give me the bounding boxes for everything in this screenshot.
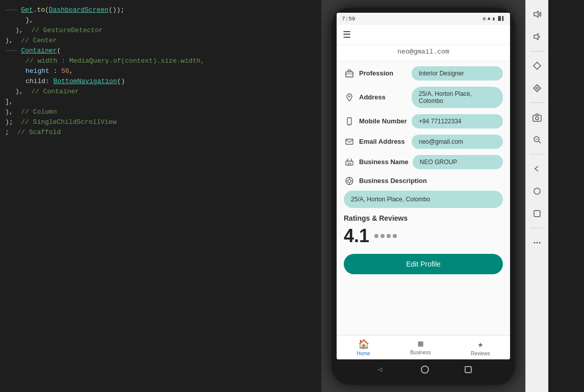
rating-dot: [374, 234, 378, 238]
email-header: neo@gmail.com: [337, 45, 510, 61]
address-value: 25/A, Horton Place, Colombo: [412, 87, 503, 108]
volume-down-button[interactable]: [528, 28, 546, 46]
device-area: 7:59 ⚙ ▲ ▮ ▐▌▌ ☰ neo@gmail.com: [321, 0, 525, 392]
toolbar-divider: [530, 228, 544, 228]
rating-dots: [374, 234, 397, 238]
battery-icon: ▮: [492, 16, 495, 22]
address-icon: [344, 92, 355, 103]
status-time: 7:59: [342, 16, 355, 22]
hamburger-menu-icon[interactable]: ☰: [343, 30, 351, 40]
profession-icon: [344, 68, 355, 79]
reviews-nav-label: Reviews: [471, 351, 490, 356]
more-options-button[interactable]: [528, 233, 546, 252]
business-name-icon: [344, 156, 355, 168]
diamond-button[interactable]: [528, 57, 546, 75]
code-line: // width : MediaQuery.of(context).size.w…: [0, 56, 321, 66]
business-name-row: Business Name NEO GROUP: [344, 155, 503, 169]
reviews-nav-icon: ★: [478, 338, 484, 350]
toolbar-divider: [530, 51, 544, 51]
settings-status-icon: ⚙: [483, 16, 486, 22]
svg-rect-0: [346, 72, 353, 77]
business-name-label: Business Name: [359, 158, 409, 166]
rating-row: 4.1: [344, 225, 503, 247]
email-label: Email Address: [359, 138, 408, 145]
mobile-icon: [344, 116, 355, 127]
status-icons: ⚙ ▲ ▮ ▐▌▌: [483, 16, 505, 22]
profession-value: Interior Designer: [412, 66, 503, 81]
circle-button[interactable]: [528, 182, 546, 200]
svg-point-27: [537, 242, 538, 244]
svg-point-2: [349, 95, 350, 97]
business-name-value: NEO GROUP: [413, 155, 503, 169]
business-desc-label: Business Description: [359, 177, 427, 185]
rating-dot: [393, 234, 397, 238]
svg-point-11: [348, 179, 351, 182]
business-nav-icon: ▦: [418, 338, 423, 349]
nav-item-home[interactable]: 🏠 Home: [357, 338, 370, 356]
edit-profile-button[interactable]: Edit Profile: [344, 254, 503, 274]
business-description-section: Business Description 25/A, Horton Place,…: [344, 175, 503, 208]
recents-hardware-button[interactable]: [465, 366, 472, 373]
square-button[interactable]: [528, 204, 546, 223]
svg-rect-25: [534, 211, 540, 217]
business-nav-label: Business: [410, 350, 431, 355]
code-line: ), // GestureDetector: [0, 25, 321, 36]
mobile-value: +94 771122334: [412, 114, 503, 128]
svg-marker-16: [534, 11, 538, 17]
rating-dot: [387, 234, 391, 238]
signal-icon: ▐▌▌: [497, 16, 505, 21]
nav-item-business[interactable]: ▦ Business: [410, 338, 431, 356]
user-email-display: neo@gmail.com: [397, 48, 449, 56]
svg-point-26: [534, 242, 536, 244]
svg-rect-19: [533, 115, 541, 121]
email-row: Email Address neo@gmail.com: [344, 135, 503, 149]
toolbar-divider: [530, 154, 544, 154]
code-line: },: [0, 15, 321, 25]
toolbar-divider: [530, 102, 544, 103]
svg-point-28: [539, 242, 541, 244]
code-line: ), // Center: [0, 36, 321, 46]
profession-row: Profession Interior Designer: [344, 66, 503, 81]
code-line: ), // Container: [0, 87, 321, 97]
address-row: Address 25/A, Horton Place, Colombo: [344, 87, 503, 108]
business-desc-label-row: Business Description: [344, 175, 503, 187]
svg-rect-5: [346, 139, 353, 144]
home-hardware-button[interactable]: [421, 365, 429, 374]
rating-score: 4.1: [344, 225, 369, 247]
svg-point-24: [534, 188, 540, 194]
business-desc-value: 25/A, Horton Place, Colombo: [344, 191, 503, 208]
home-nav-icon: 🏠: [358, 338, 369, 350]
code-line: child: BottomNavigation(): [0, 76, 321, 87]
home-nav-label: Home: [357, 351, 370, 356]
address-label: Address: [359, 93, 408, 101]
mobile-label: Mobile Number: [359, 117, 408, 125]
profile-content: Profession Interior Designer Address 25/…: [337, 61, 510, 335]
back-button[interactable]: [528, 160, 546, 178]
code-line: ); // SingleChildScrollView: [0, 117, 321, 127]
mobile-row: Mobile Number +94 771122334: [344, 114, 503, 128]
code-line: ],: [0, 97, 321, 107]
camera-button[interactable]: [528, 108, 546, 126]
svg-point-4: [349, 123, 350, 124]
back-hardware-button[interactable]: ◁: [375, 364, 385, 375]
wifi-icon: ▲: [488, 16, 491, 21]
bottom-navigation: 🏠 Home ▦ Business ★ Reviews: [337, 335, 510, 359]
code-line: ; // Scaffold: [0, 127, 321, 138]
zoom-button[interactable]: [528, 130, 546, 149]
ratings-title: Ratings & Reviews: [344, 214, 503, 222]
code-line: ), // Column: [0, 107, 321, 117]
eraser-button[interactable]: [528, 79, 546, 97]
ratings-section: Ratings & Reviews 4.1: [344, 214, 503, 247]
app-toolbar: ☰: [337, 25, 510, 45]
profession-label: Profession: [359, 69, 408, 77]
svg-point-20: [536, 117, 539, 120]
rating-dot: [380, 234, 385, 238]
phone-device: 7:59 ⚙ ▲ ▮ ▐▌▌ ☰ neo@gmail.com: [332, 8, 515, 385]
phone-screen: 7:59 ⚙ ▲ ▮ ▐▌▌ ☰ neo@gmail.com: [337, 13, 510, 359]
nav-item-reviews[interactable]: ★ Reviews: [471, 338, 490, 356]
email-icon: [344, 136, 355, 147]
code-line: ─── Container(: [0, 46, 321, 56]
right-toolbar: [525, 0, 548, 392]
svg-line-22: [539, 141, 541, 143]
volume-up-button[interactable]: [528, 5, 546, 23]
